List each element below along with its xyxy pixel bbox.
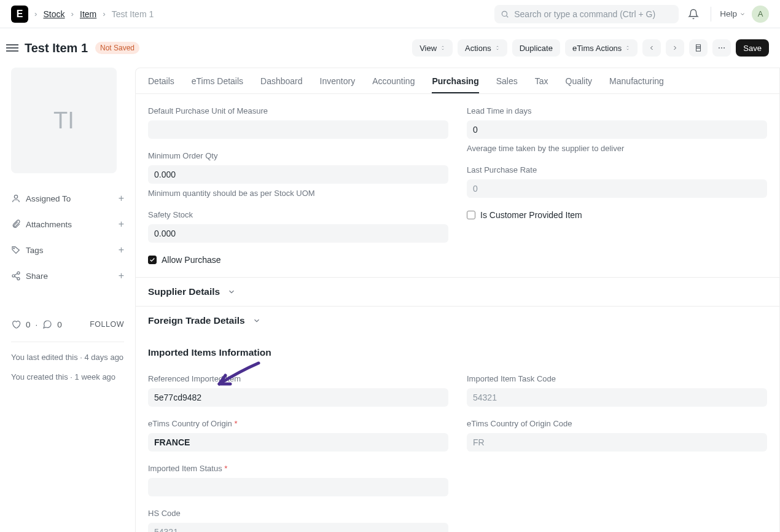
chevron-left-icon — [648, 44, 655, 52]
sidebar-assigned-to[interactable]: Assigned To + — [11, 186, 124, 211]
sidebar-tags[interactable]: Tags + — [11, 237, 124, 263]
section-title: Foreign Trade Details — [148, 315, 245, 326]
tab-details[interactable]: Details — [148, 76, 174, 93]
actions-label: Actions — [465, 44, 491, 53]
field-label: Referenced Imported Item — [148, 374, 448, 383]
field-last-purchase-rate: Last Purchase Rate 0 — [467, 165, 767, 198]
help-label: Help — [720, 9, 737, 18]
follow-button[interactable]: FOLLOW — [90, 320, 124, 329]
topbar: E › Stock › Item › Test Item 1 Help A — [0, 0, 780, 28]
heart-icon[interactable] — [11, 319, 21, 329]
search-icon — [501, 10, 509, 18]
field-label: Lead Time in days — [467, 106, 767, 115]
breadcrumb-current: Test Item 1 — [112, 9, 154, 19]
field-label: Default Purchase Unit of Measure — [148, 106, 448, 115]
svg-point-3 — [719, 47, 720, 49]
assigned-icon — [11, 194, 21, 203]
field-help: Minimum quantity should be as per Stock … — [148, 189, 448, 198]
sidebar-item-label: Attachments — [26, 220, 72, 229]
tab-tax[interactable]: Tax — [535, 76, 548, 93]
user-avatar[interactable]: A — [752, 6, 769, 23]
field-label: Safety Stock — [148, 210, 448, 219]
field-safety-stock: Safety Stock 0.000 — [148, 210, 448, 243]
section-supplier-details[interactable]: Supplier Details — [136, 277, 779, 306]
field-input: 54321 — [467, 388, 767, 407]
tab-manufacturing[interactable]: Manufacturing — [609, 76, 664, 93]
checkbox-label: Is Customer Provided Item — [480, 210, 582, 220]
meta-last-edited: You last edited this · 4 days ago — [11, 352, 124, 363]
field-allow-purchase[interactable]: Allow Purchase — [148, 255, 448, 265]
actions-button[interactable]: Actions — [458, 39, 507, 57]
status-badge: Not Saved — [95, 42, 139, 54]
sidebar-attachments[interactable]: Attachments + — [11, 211, 124, 237]
plus-icon[interactable]: + — [119, 219, 124, 230]
field-country-origin: eTims Country of Origin * FRANCE — [148, 419, 448, 452]
section-title: Supplier Details — [148, 286, 220, 297]
etims-actions-label: eTims Actions — [572, 44, 622, 53]
notifications-button[interactable] — [685, 6, 702, 23]
svg-point-4 — [721, 47, 722, 49]
svg-point-10 — [17, 278, 20, 280]
tab-accounting[interactable]: Accounting — [372, 76, 415, 93]
comment-icon[interactable] — [42, 319, 52, 329]
plus-icon[interactable]: + — [119, 270, 124, 281]
select-icon — [440, 44, 445, 52]
more-button[interactable] — [712, 39, 731, 57]
tab-dashboard[interactable]: Dashboard — [260, 76, 303, 93]
breadcrumb-stock[interactable]: Stock — [44, 9, 65, 19]
field-min-order-qty: Minimum Order Qty 0.000 Minimum quantity… — [148, 151, 448, 198]
tab-inventory[interactable]: Inventory — [320, 76, 356, 93]
tab-etims-details[interactable]: eTims Details — [192, 76, 243, 93]
checkbox-label: Allow Purchase — [162, 255, 221, 265]
sidebar-item-label: Share — [26, 272, 48, 281]
save-button[interactable]: Save — [736, 39, 769, 57]
global-search[interactable] — [494, 5, 679, 23]
field-input[interactable]: FRANCE — [148, 433, 448, 452]
field-input: FR — [467, 433, 767, 452]
chevron-down-icon — [252, 316, 261, 325]
svg-point-8 — [17, 272, 20, 274]
field-input[interactable]: 0.000 — [148, 224, 448, 243]
chevron-right-icon: › — [103, 9, 106, 18]
field-input[interactable]: 0.000 — [148, 165, 448, 184]
checkbox-icon — [148, 256, 157, 264]
field-help: Average time taken by the supplier to de… — [467, 144, 767, 153]
section-imported-info: Imported Items Information — [148, 345, 767, 358]
svg-point-9 — [12, 275, 15, 277]
tab-sales[interactable]: Sales — [496, 76, 518, 93]
sidebar-toggle[interactable] — [6, 42, 18, 54]
prev-button[interactable] — [642, 39, 661, 57]
help-menu[interactable]: Help — [711, 7, 746, 22]
print-button[interactable] — [689, 39, 708, 57]
chevron-down-icon — [739, 11, 746, 17]
etims-actions-button[interactable]: eTims Actions — [565, 39, 638, 57]
tab-quality[interactable]: Quality — [566, 76, 593, 93]
field-task-code: Imported Item Task Code 54321 — [467, 374, 767, 407]
field-input[interactable] — [148, 478, 448, 496]
left-sidebar: TI Assigned To + Attachments + Tags + Sh… — [0, 68, 135, 532]
item-image-placeholder[interactable]: TI — [11, 68, 117, 173]
app-logo[interactable]: E — [11, 6, 28, 23]
plus-icon[interactable]: + — [119, 193, 124, 204]
svg-line-1 — [507, 15, 509, 17]
plus-icon[interactable]: + — [119, 244, 124, 256]
breadcrumb-item[interactable]: Item — [80, 9, 96, 19]
field-label: Minimum Order Qty — [148, 151, 448, 160]
field-hs-code: HS Code 54321 — [148, 509, 448, 532]
next-button[interactable] — [666, 39, 684, 57]
view-button[interactable]: View — [412, 39, 453, 57]
search-input[interactable] — [514, 9, 673, 19]
comments-count: 0 — [57, 320, 62, 329]
field-input[interactable]: 0 — [467, 120, 767, 139]
field-input[interactable]: 5e77cd9482 — [148, 388, 448, 407]
sidebar-share[interactable]: Share + — [11, 263, 124, 289]
meta-created: You created this · 1 week ago — [11, 372, 124, 383]
duplicate-button[interactable]: Duplicate — [512, 39, 560, 57]
field-customer-provided[interactable]: Is Customer Provided Item — [467, 210, 767, 220]
field-input: 0 — [467, 179, 767, 198]
section-foreign-trade[interactable]: Foreign Trade Details — [136, 306, 779, 335]
view-label: View — [419, 44, 437, 53]
tab-purchasing[interactable]: Purchasing — [432, 76, 478, 93]
field-label: eTims Country of Origin * — [148, 419, 448, 428]
field-input[interactable] — [148, 120, 448, 139]
